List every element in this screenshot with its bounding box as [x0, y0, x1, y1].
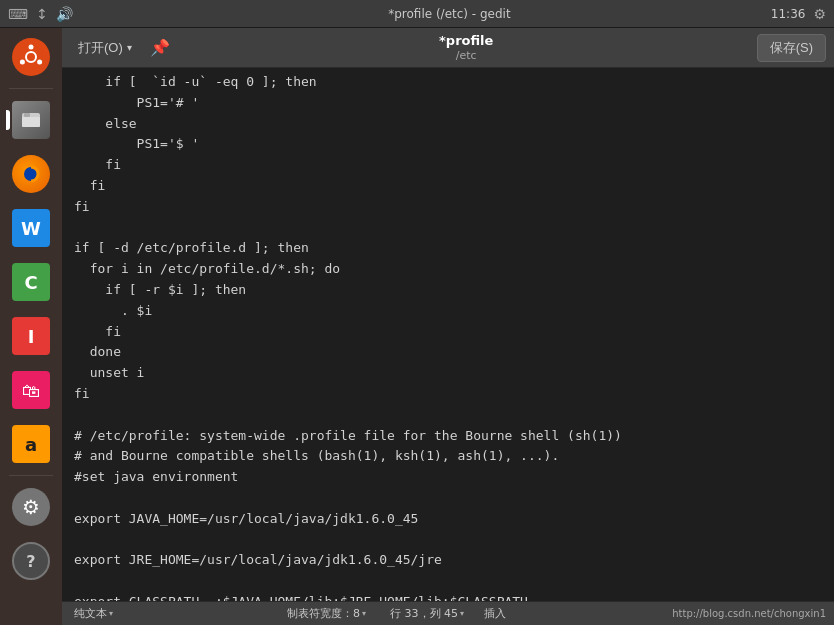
code-line: export JAVA_HOME=/usr/local/java/jdk1.6.…	[74, 509, 822, 530]
keyboard-icon: ⌨	[8, 6, 28, 22]
tab-width-dropdown[interactable]: 制表符宽度：8 ▾	[283, 604, 370, 623]
text-type-label: 纯文本	[74, 606, 107, 621]
file-name: *profile	[439, 33, 493, 49]
code-line: fi	[74, 322, 822, 343]
pin-button[interactable]: 📌	[144, 34, 176, 61]
code-line: # and Bourne compatible shells (bash(1),…	[74, 446, 822, 467]
file-info: *profile /etc	[180, 33, 753, 62]
url-label: http://blog.csdn.net/chongxin1	[672, 608, 826, 619]
code-line	[74, 488, 822, 509]
svg-rect-6	[22, 117, 40, 127]
sidebar: W C I 🛍 a	[0, 28, 62, 625]
code-line: unset i	[74, 363, 822, 384]
text-type-arrow: ▾	[109, 609, 113, 618]
system-settings-icon: ⚙	[12, 488, 50, 526]
sort-icon: ↕	[36, 6, 48, 22]
position-dropdown[interactable]: 行 33，列 45 ▾	[386, 604, 468, 623]
active-indicator	[6, 110, 10, 130]
impress-icon: I	[12, 317, 50, 355]
statusbar-left: 纯文本 ▾	[70, 604, 117, 623]
files-icon	[12, 101, 50, 139]
editor-content[interactable]: if [ `id -u` -eq 0 ]; then PS1='# ' else…	[62, 68, 834, 601]
statusbar: 纯文本 ▾ 制表符宽度：8 ▾ 行 33，列 45 ▾ 插入 http://bl…	[62, 601, 834, 625]
code-line: if [ `id -u` -eq 0 ]; then	[74, 72, 822, 93]
ubuntu-icon	[12, 38, 50, 76]
help-icon: ?	[12, 542, 50, 580]
code-line: PS1='# '	[74, 93, 822, 114]
code-line: fi	[74, 197, 822, 218]
code-line: if [ -d /etc/profile.d ]; then	[74, 238, 822, 259]
position-label: 行 33，列 45	[390, 606, 458, 621]
clock: 11:36	[771, 7, 806, 21]
open-button-label: 打开(O)	[78, 39, 123, 57]
calc-icon: C	[12, 263, 50, 301]
sidebar-separator-2	[9, 475, 53, 476]
sidebar-item-calc[interactable]: C	[6, 257, 56, 307]
svg-point-3	[37, 60, 42, 65]
editor-area[interactable]: if [ `id -u` -eq 0 ]; then PS1='# ' else…	[62, 68, 834, 601]
code-line: export CLASSPATH=.:$JAVA_HOME/lib:$JRE_H…	[74, 592, 822, 601]
window-title: *profile (/etc) - gedit	[128, 7, 771, 21]
sidebar-item-writer[interactable]: W	[6, 203, 56, 253]
amazon-icon: a	[12, 425, 50, 463]
code-line: # /etc/profile: system-wide .profile fil…	[74, 426, 822, 447]
titlebar: ⌨ ↕ 🔊 *profile (/etc) - gedit 11:36 ⚙	[0, 0, 834, 28]
statusbar-center: 制表符宽度：8 ▾ 行 33，列 45 ▾ 插入	[283, 604, 506, 623]
sidebar-item-help[interactable]: ?	[6, 536, 56, 586]
settings-gear-icon[interactable]: ⚙	[813, 6, 826, 22]
code-line	[74, 405, 822, 426]
statusbar-right: http://blog.csdn.net/chongxin1	[672, 608, 826, 619]
sidebar-item-impress[interactable]: I	[6, 311, 56, 361]
code-line	[74, 530, 822, 551]
sidebar-item-firefox[interactable]	[6, 149, 56, 199]
save-button[interactable]: 保存(S)	[757, 34, 826, 62]
volume-icon: 🔊	[56, 6, 73, 22]
sidebar-item-files[interactable]	[6, 95, 56, 145]
pin-icon: 📌	[150, 38, 170, 57]
writer-icon: W	[12, 209, 50, 247]
firefox-icon	[12, 155, 50, 193]
position-arrow: ▾	[460, 609, 464, 618]
code-line: PS1='$ '	[74, 134, 822, 155]
code-line: fi	[74, 155, 822, 176]
code-line: fi	[74, 176, 822, 197]
svg-rect-7	[24, 113, 30, 117]
code-line: fi	[74, 384, 822, 405]
tab-width-label: 制表符宽度：8	[287, 606, 360, 621]
code-line: #set java environment	[74, 467, 822, 488]
svg-point-2	[29, 45, 34, 50]
code-line: . $i	[74, 301, 822, 322]
svg-point-4	[20, 60, 25, 65]
code-line: for i in /etc/profile.d/*.sh; do	[74, 259, 822, 280]
file-path: /etc	[456, 49, 477, 62]
store-icon: 🛍	[12, 371, 50, 409]
code-line: else	[74, 114, 822, 135]
code-line: if [ -r $i ]; then	[74, 280, 822, 301]
code-line: export JRE_HOME=/usr/local/java/jdk1.6.0…	[74, 550, 822, 571]
content-area: 打开(O) ▾ 📌 *profile /etc 保存(S) if [ `id -…	[62, 28, 834, 625]
tab-width-arrow: ▾	[362, 609, 366, 618]
sidebar-item-settings[interactable]: ⚙	[6, 482, 56, 532]
code-line	[74, 218, 822, 239]
main-layout: W C I 🛍 a	[0, 28, 834, 625]
open-button[interactable]: 打开(O) ▾	[70, 35, 140, 61]
sidebar-item-ubuntu[interactable]	[6, 32, 56, 82]
code-line	[74, 571, 822, 592]
text-type-dropdown[interactable]: 纯文本 ▾	[70, 604, 117, 623]
open-dropdown-arrow: ▾	[127, 42, 132, 53]
toolbar: 打开(O) ▾ 📌 *profile /etc 保存(S)	[62, 28, 834, 68]
sidebar-item-amazon[interactable]: a	[6, 419, 56, 469]
mode-label: 插入	[484, 606, 506, 621]
sidebar-item-store[interactable]: 🛍	[6, 365, 56, 415]
sidebar-separator	[9, 88, 53, 89]
code-line: done	[74, 342, 822, 363]
